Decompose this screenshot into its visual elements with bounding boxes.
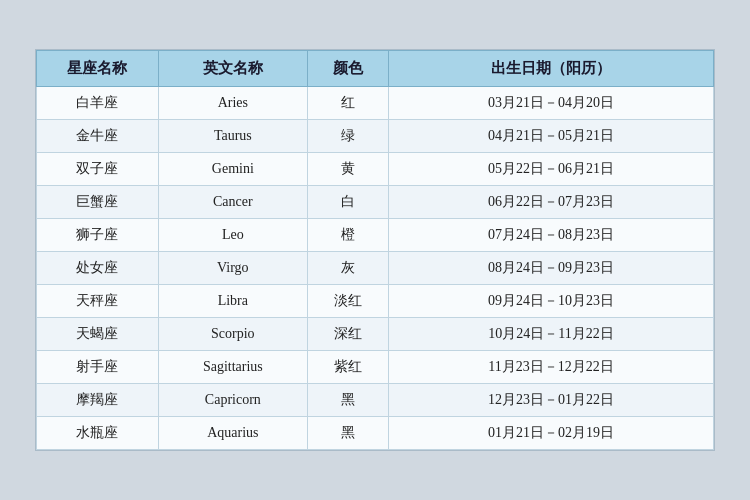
- cell-color: 淡红: [307, 285, 388, 318]
- table-row: 射手座Sagittarius紫红11月23日－12月22日: [37, 351, 714, 384]
- cell-date: 06月22日－07月23日: [389, 186, 714, 219]
- zodiac-table-container: 星座名称 英文名称 颜色 出生日期（阳历） 白羊座Aries红03月21日－04…: [35, 49, 715, 451]
- table-body: 白羊座Aries红03月21日－04月20日金牛座Taurus绿04月21日－0…: [37, 87, 714, 450]
- cell-color: 灰: [307, 252, 388, 285]
- cell-chinese: 摩羯座: [37, 384, 159, 417]
- cell-date: 05月22日－06月21日: [389, 153, 714, 186]
- cell-chinese: 天秤座: [37, 285, 159, 318]
- cell-chinese: 水瓶座: [37, 417, 159, 450]
- header-english: 英文名称: [158, 51, 307, 87]
- cell-color: 黄: [307, 153, 388, 186]
- cell-chinese: 天蝎座: [37, 318, 159, 351]
- header-chinese: 星座名称: [37, 51, 159, 87]
- cell-chinese: 巨蟹座: [37, 186, 159, 219]
- header-date: 出生日期（阳历）: [389, 51, 714, 87]
- cell-chinese: 处女座: [37, 252, 159, 285]
- cell-color: 绿: [307, 120, 388, 153]
- cell-english: Taurus: [158, 120, 307, 153]
- cell-date: 08月24日－09月23日: [389, 252, 714, 285]
- cell-english: Aquarius: [158, 417, 307, 450]
- table-row: 狮子座Leo橙07月24日－08月23日: [37, 219, 714, 252]
- cell-chinese: 白羊座: [37, 87, 159, 120]
- table-row: 巨蟹座Cancer白06月22日－07月23日: [37, 186, 714, 219]
- table-header-row: 星座名称 英文名称 颜色 出生日期（阳历）: [37, 51, 714, 87]
- cell-chinese: 双子座: [37, 153, 159, 186]
- cell-color: 白: [307, 186, 388, 219]
- cell-color: 黑: [307, 384, 388, 417]
- header-color: 颜色: [307, 51, 388, 87]
- cell-english: Leo: [158, 219, 307, 252]
- cell-chinese: 狮子座: [37, 219, 159, 252]
- cell-date: 03月21日－04月20日: [389, 87, 714, 120]
- table-row: 双子座Gemini黄05月22日－06月21日: [37, 153, 714, 186]
- cell-date: 10月24日－11月22日: [389, 318, 714, 351]
- cell-chinese: 射手座: [37, 351, 159, 384]
- cell-english: Cancer: [158, 186, 307, 219]
- cell-color: 橙: [307, 219, 388, 252]
- cell-date: 04月21日－05月21日: [389, 120, 714, 153]
- cell-chinese: 金牛座: [37, 120, 159, 153]
- table-row: 白羊座Aries红03月21日－04月20日: [37, 87, 714, 120]
- cell-date: 11月23日－12月22日: [389, 351, 714, 384]
- table-row: 金牛座Taurus绿04月21日－05月21日: [37, 120, 714, 153]
- table-row: 摩羯座Capricorn黑12月23日－01月22日: [37, 384, 714, 417]
- cell-english: Sagittarius: [158, 351, 307, 384]
- cell-color: 红: [307, 87, 388, 120]
- table-row: 水瓶座Aquarius黑01月21日－02月19日: [37, 417, 714, 450]
- zodiac-table: 星座名称 英文名称 颜色 出生日期（阳历） 白羊座Aries红03月21日－04…: [36, 50, 714, 450]
- cell-date: 12月23日－01月22日: [389, 384, 714, 417]
- table-row: 处女座Virgo灰08月24日－09月23日: [37, 252, 714, 285]
- cell-date: 07月24日－08月23日: [389, 219, 714, 252]
- cell-color: 深红: [307, 318, 388, 351]
- cell-date: 09月24日－10月23日: [389, 285, 714, 318]
- cell-color: 紫红: [307, 351, 388, 384]
- cell-color: 黑: [307, 417, 388, 450]
- cell-english: Capricorn: [158, 384, 307, 417]
- cell-english: Gemini: [158, 153, 307, 186]
- table-row: 天秤座Libra淡红09月24日－10月23日: [37, 285, 714, 318]
- table-row: 天蝎座Scorpio深红10月24日－11月22日: [37, 318, 714, 351]
- cell-english: Libra: [158, 285, 307, 318]
- cell-english: Aries: [158, 87, 307, 120]
- cell-english: Virgo: [158, 252, 307, 285]
- cell-date: 01月21日－02月19日: [389, 417, 714, 450]
- cell-english: Scorpio: [158, 318, 307, 351]
